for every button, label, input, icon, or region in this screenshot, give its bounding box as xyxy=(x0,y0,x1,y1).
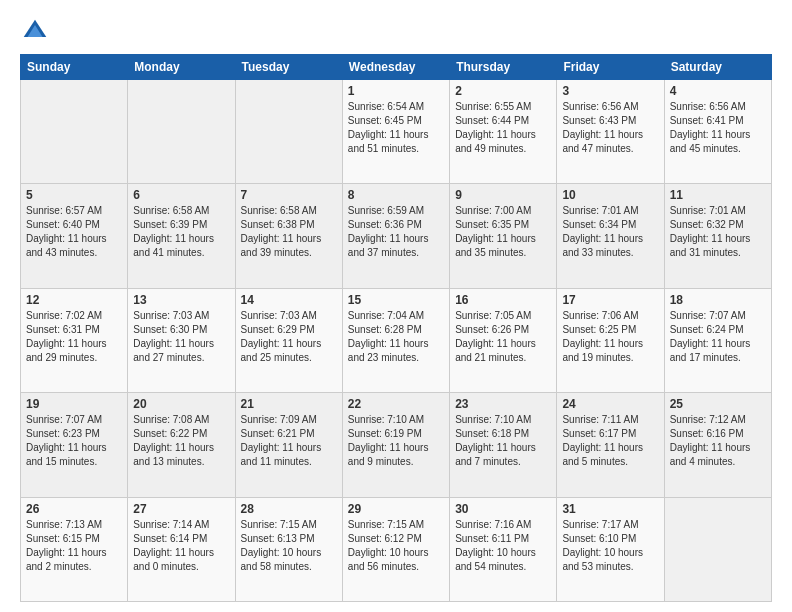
calendar-day-cell: 27Sunrise: 7:14 AM Sunset: 6:14 PM Dayli… xyxy=(128,497,235,601)
day-info: Sunrise: 6:58 AM Sunset: 6:38 PM Dayligh… xyxy=(241,204,337,260)
calendar-day-cell xyxy=(21,80,128,184)
day-number: 26 xyxy=(26,502,122,516)
calendar-day-cell: 20Sunrise: 7:08 AM Sunset: 6:22 PM Dayli… xyxy=(128,393,235,497)
header xyxy=(20,16,772,46)
day-info: Sunrise: 7:10 AM Sunset: 6:19 PM Dayligh… xyxy=(348,413,444,469)
day-info: Sunrise: 7:15 AM Sunset: 6:13 PM Dayligh… xyxy=(241,518,337,574)
day-info: Sunrise: 7:02 AM Sunset: 6:31 PM Dayligh… xyxy=(26,309,122,365)
calendar-day-cell: 13Sunrise: 7:03 AM Sunset: 6:30 PM Dayli… xyxy=(128,288,235,392)
calendar-week-row: 19Sunrise: 7:07 AM Sunset: 6:23 PM Dayli… xyxy=(21,393,772,497)
day-info: Sunrise: 7:16 AM Sunset: 6:11 PM Dayligh… xyxy=(455,518,551,574)
calendar-week-row: 26Sunrise: 7:13 AM Sunset: 6:15 PM Dayli… xyxy=(21,497,772,601)
day-info: Sunrise: 6:56 AM Sunset: 6:43 PM Dayligh… xyxy=(562,100,658,156)
day-number: 22 xyxy=(348,397,444,411)
calendar-day-cell: 25Sunrise: 7:12 AM Sunset: 6:16 PM Dayli… xyxy=(664,393,771,497)
calendar-day-cell xyxy=(664,497,771,601)
day-number: 25 xyxy=(670,397,766,411)
calendar-table: SundayMondayTuesdayWednesdayThursdayFrid… xyxy=(20,54,772,602)
weekday-header-wednesday: Wednesday xyxy=(342,55,449,80)
calendar-day-cell: 18Sunrise: 7:07 AM Sunset: 6:24 PM Dayli… xyxy=(664,288,771,392)
weekday-header-row: SundayMondayTuesdayWednesdayThursdayFrid… xyxy=(21,55,772,80)
calendar-day-cell: 9Sunrise: 7:00 AM Sunset: 6:35 PM Daylig… xyxy=(450,184,557,288)
day-number: 8 xyxy=(348,188,444,202)
calendar-day-cell: 17Sunrise: 7:06 AM Sunset: 6:25 PM Dayli… xyxy=(557,288,664,392)
day-number: 21 xyxy=(241,397,337,411)
day-number: 7 xyxy=(241,188,337,202)
day-number: 16 xyxy=(455,293,551,307)
day-number: 6 xyxy=(133,188,229,202)
day-info: Sunrise: 7:10 AM Sunset: 6:18 PM Dayligh… xyxy=(455,413,551,469)
day-info: Sunrise: 6:59 AM Sunset: 6:36 PM Dayligh… xyxy=(348,204,444,260)
calendar-day-cell: 16Sunrise: 7:05 AM Sunset: 6:26 PM Dayli… xyxy=(450,288,557,392)
calendar-day-cell: 29Sunrise: 7:15 AM Sunset: 6:12 PM Dayli… xyxy=(342,497,449,601)
calendar-day-cell: 31Sunrise: 7:17 AM Sunset: 6:10 PM Dayli… xyxy=(557,497,664,601)
day-number: 20 xyxy=(133,397,229,411)
calendar-day-cell: 30Sunrise: 7:16 AM Sunset: 6:11 PM Dayli… xyxy=(450,497,557,601)
calendar-day-cell: 23Sunrise: 7:10 AM Sunset: 6:18 PM Dayli… xyxy=(450,393,557,497)
day-info: Sunrise: 7:12 AM Sunset: 6:16 PM Dayligh… xyxy=(670,413,766,469)
day-number: 24 xyxy=(562,397,658,411)
day-info: Sunrise: 7:03 AM Sunset: 6:30 PM Dayligh… xyxy=(133,309,229,365)
day-info: Sunrise: 7:07 AM Sunset: 6:24 PM Dayligh… xyxy=(670,309,766,365)
weekday-header-saturday: Saturday xyxy=(664,55,771,80)
calendar-day-cell: 24Sunrise: 7:11 AM Sunset: 6:17 PM Dayli… xyxy=(557,393,664,497)
calendar-day-cell: 5Sunrise: 6:57 AM Sunset: 6:40 PM Daylig… xyxy=(21,184,128,288)
calendar-day-cell: 6Sunrise: 6:58 AM Sunset: 6:39 PM Daylig… xyxy=(128,184,235,288)
day-info: Sunrise: 7:01 AM Sunset: 6:34 PM Dayligh… xyxy=(562,204,658,260)
weekday-header-friday: Friday xyxy=(557,55,664,80)
day-info: Sunrise: 7:05 AM Sunset: 6:26 PM Dayligh… xyxy=(455,309,551,365)
calendar-day-cell: 7Sunrise: 6:58 AM Sunset: 6:38 PM Daylig… xyxy=(235,184,342,288)
calendar-day-cell: 26Sunrise: 7:13 AM Sunset: 6:15 PM Dayli… xyxy=(21,497,128,601)
calendar-day-cell xyxy=(128,80,235,184)
day-info: Sunrise: 7:13 AM Sunset: 6:15 PM Dayligh… xyxy=(26,518,122,574)
day-info: Sunrise: 6:57 AM Sunset: 6:40 PM Dayligh… xyxy=(26,204,122,260)
calendar-day-cell: 28Sunrise: 7:15 AM Sunset: 6:13 PM Dayli… xyxy=(235,497,342,601)
day-number: 28 xyxy=(241,502,337,516)
day-info: Sunrise: 7:08 AM Sunset: 6:22 PM Dayligh… xyxy=(133,413,229,469)
day-info: Sunrise: 7:04 AM Sunset: 6:28 PM Dayligh… xyxy=(348,309,444,365)
calendar-day-cell: 22Sunrise: 7:10 AM Sunset: 6:19 PM Dayli… xyxy=(342,393,449,497)
weekday-header-thursday: Thursday xyxy=(450,55,557,80)
day-number: 11 xyxy=(670,188,766,202)
calendar-day-cell xyxy=(235,80,342,184)
day-number: 5 xyxy=(26,188,122,202)
calendar-day-cell: 11Sunrise: 7:01 AM Sunset: 6:32 PM Dayli… xyxy=(664,184,771,288)
day-info: Sunrise: 7:15 AM Sunset: 6:12 PM Dayligh… xyxy=(348,518,444,574)
day-info: Sunrise: 7:14 AM Sunset: 6:14 PM Dayligh… xyxy=(133,518,229,574)
day-info: Sunrise: 7:11 AM Sunset: 6:17 PM Dayligh… xyxy=(562,413,658,469)
calendar-day-cell: 21Sunrise: 7:09 AM Sunset: 6:21 PM Dayli… xyxy=(235,393,342,497)
day-info: Sunrise: 7:09 AM Sunset: 6:21 PM Dayligh… xyxy=(241,413,337,469)
day-number: 3 xyxy=(562,84,658,98)
day-number: 18 xyxy=(670,293,766,307)
logo xyxy=(20,16,54,46)
day-info: Sunrise: 7:06 AM Sunset: 6:25 PM Dayligh… xyxy=(562,309,658,365)
logo-icon xyxy=(20,16,50,46)
calendar-week-row: 1Sunrise: 6:54 AM Sunset: 6:45 PM Daylig… xyxy=(21,80,772,184)
day-number: 14 xyxy=(241,293,337,307)
calendar-day-cell: 4Sunrise: 6:56 AM Sunset: 6:41 PM Daylig… xyxy=(664,80,771,184)
page: SundayMondayTuesdayWednesdayThursdayFrid… xyxy=(0,0,792,612)
day-info: Sunrise: 6:55 AM Sunset: 6:44 PM Dayligh… xyxy=(455,100,551,156)
weekday-header-monday: Monday xyxy=(128,55,235,80)
day-number: 27 xyxy=(133,502,229,516)
weekday-header-sunday: Sunday xyxy=(21,55,128,80)
calendar-day-cell: 8Sunrise: 6:59 AM Sunset: 6:36 PM Daylig… xyxy=(342,184,449,288)
day-info: Sunrise: 7:01 AM Sunset: 6:32 PM Dayligh… xyxy=(670,204,766,260)
calendar-day-cell: 10Sunrise: 7:01 AM Sunset: 6:34 PM Dayli… xyxy=(557,184,664,288)
day-number: 17 xyxy=(562,293,658,307)
day-number: 12 xyxy=(26,293,122,307)
calendar-day-cell: 15Sunrise: 7:04 AM Sunset: 6:28 PM Dayli… xyxy=(342,288,449,392)
day-number: 4 xyxy=(670,84,766,98)
day-info: Sunrise: 6:58 AM Sunset: 6:39 PM Dayligh… xyxy=(133,204,229,260)
calendar-day-cell: 3Sunrise: 6:56 AM Sunset: 6:43 PM Daylig… xyxy=(557,80,664,184)
day-number: 29 xyxy=(348,502,444,516)
day-info: Sunrise: 7:00 AM Sunset: 6:35 PM Dayligh… xyxy=(455,204,551,260)
day-number: 30 xyxy=(455,502,551,516)
calendar-day-cell: 2Sunrise: 6:55 AM Sunset: 6:44 PM Daylig… xyxy=(450,80,557,184)
calendar-week-row: 5Sunrise: 6:57 AM Sunset: 6:40 PM Daylig… xyxy=(21,184,772,288)
day-info: Sunrise: 7:07 AM Sunset: 6:23 PM Dayligh… xyxy=(26,413,122,469)
day-number: 23 xyxy=(455,397,551,411)
calendar-day-cell: 1Sunrise: 6:54 AM Sunset: 6:45 PM Daylig… xyxy=(342,80,449,184)
day-info: Sunrise: 6:56 AM Sunset: 6:41 PM Dayligh… xyxy=(670,100,766,156)
day-number: 1 xyxy=(348,84,444,98)
